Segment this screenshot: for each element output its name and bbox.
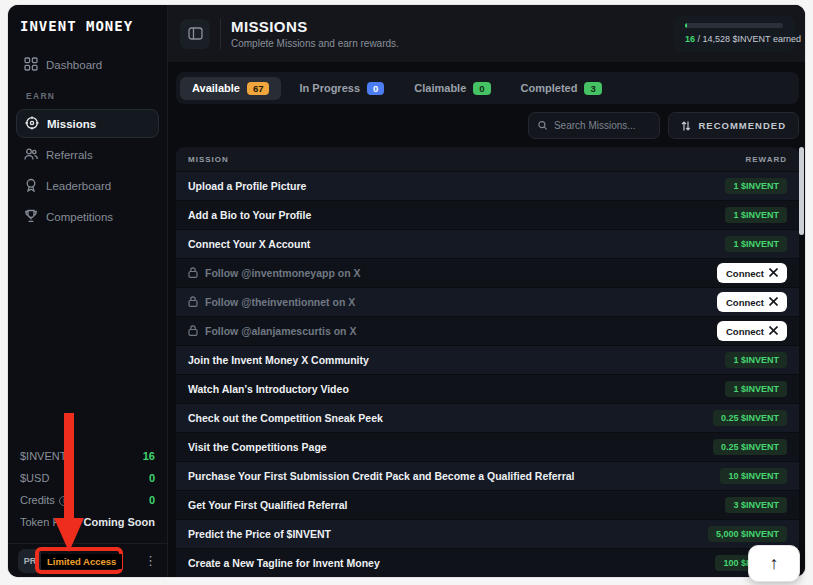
mission-row[interactable]: Visit the Competitions Page0.25 $INVENT (176, 432, 799, 461)
reward-badge: 1 $INVENT (725, 236, 787, 252)
sidebar-item-dashboard[interactable]: Dashboard (16, 50, 159, 79)
mission-row[interactable]: Upload a Profile Picture1 $INVENT (176, 171, 799, 200)
mission-row[interactable]: Join the Invent Money X Community1 $INVE… (176, 345, 799, 374)
search-input[interactable] (554, 120, 651, 131)
sidebar-item-missions[interactable]: Missions (16, 109, 159, 138)
grid-icon (24, 57, 38, 73)
trophy-icon (24, 209, 38, 225)
mission-row[interactable]: Watch Alan's Introductory Video1 $INVENT (176, 374, 799, 403)
page-title: MISSIONS (231, 18, 399, 35)
stat-label: Creditsi (20, 494, 69, 506)
mission-title: Follow @theinventionnet on X (188, 296, 355, 309)
main-area: MISSIONS Complete Missions and earn rewa… (168, 5, 805, 577)
table-body: Upload a Profile Picture1 $INVENTAdd a B… (176, 171, 799, 577)
mission-title: Create a New Tagline for Invent Money (188, 557, 380, 569)
sidebar-stats: $INVENT16$USD0Creditsi0Token PriceComing… (8, 445, 167, 543)
connect-x-button[interactable]: Connect (717, 263, 787, 283)
tab-in-progress[interactable]: In Progress0 (287, 77, 396, 100)
user-menu-icon[interactable]: ⋮ (144, 553, 157, 568)
page-subtitle: Complete Missions and earn rewards. (231, 38, 399, 49)
tab-claimable[interactable]: Claimable0 (402, 77, 502, 100)
reward-badge: 1 $INVENT (725, 207, 787, 223)
panel-icon (188, 27, 203, 40)
app-logo: INVENT MONEY (8, 5, 167, 42)
stat-row: $USD0 (20, 467, 155, 489)
annotation-arrow-shaft (64, 413, 74, 519)
earn-section-label: EARN (26, 91, 159, 101)
mission-row[interactable]: Connect Your X Account1 $INVENT (176, 229, 799, 258)
sidebar-item-label: Referrals (46, 149, 93, 161)
reward-badge: 1 $INVENT (725, 381, 787, 397)
header-divider (220, 19, 221, 49)
earned-progress-bar (685, 23, 783, 28)
sidebar-nav: DashboardEARNMissionsReferralsLeaderboar… (8, 42, 167, 233)
stat-value: 16 (143, 450, 155, 462)
tab-count-badge: 0 (367, 82, 384, 95)
mission-row[interactable]: Add a Bio to Your Profile1 $INVENT (176, 200, 799, 229)
x-logo-icon (769, 326, 778, 337)
mission-row[interactable]: Predict the Price of $INVENT5,000 $INVEN… (176, 519, 799, 548)
mission-toolbar: RECOMMENDED (176, 112, 799, 139)
sidebar: INVENT MONEY DashboardEARNMissionsReferr… (8, 5, 168, 577)
connect-x-button[interactable]: Connect (717, 321, 787, 341)
mission-title: Follow @alanjamescurtis on X (188, 325, 356, 338)
scroll-to-top-button[interactable]: ↑ (748, 545, 800, 582)
sort-arrows-icon (681, 120, 691, 132)
mission-title: Join the Invent Money X Community (188, 354, 369, 366)
sidebar-item-referrals[interactable]: Referrals (16, 140, 159, 169)
tab-available[interactable]: Available67 (180, 77, 281, 100)
sort-label: RECOMMENDED (698, 120, 786, 131)
reward-badge: 0.25 $INVENT (713, 439, 787, 455)
sidebar-item-label: Missions (47, 118, 96, 130)
reward-badge: 0.25 $INVENT (713, 410, 787, 426)
tab-label: Claimable (414, 82, 466, 94)
tab-count-badge: 3 (584, 82, 601, 95)
mission-row[interactable]: Follow @theinventionnet on XConnect (176, 287, 799, 316)
stat-value: Coming Soon (84, 516, 156, 528)
sort-recommended-button[interactable]: RECOMMENDED (668, 112, 799, 139)
connect-x-button[interactable]: Connect (717, 292, 787, 312)
mission-title: Check out the Competition Sneak Peek (188, 412, 383, 424)
mission-row[interactable]: Create a New Tagline for Invent Money100… (176, 548, 799, 577)
mission-row[interactable]: Follow @inventmoneyapp on XConnect (176, 258, 799, 287)
up-arrow-icon: ↑ (770, 553, 779, 574)
sidebar-item-label: Competitions (46, 211, 113, 223)
tab-completed[interactable]: Completed3 (509, 77, 614, 100)
sidebar-item-leaderboard[interactable]: Leaderboard (16, 171, 159, 200)
title-block: MISSIONS Complete Missions and earn rewa… (231, 18, 399, 49)
sidebar-item-competitions[interactable]: Competitions (16, 202, 159, 231)
stat-row: Creditsi0 (20, 489, 155, 511)
mission-title: Predict the Price of $INVENT (188, 528, 331, 540)
mission-tabs: Available67In Progress0Claimable0Complet… (176, 72, 799, 104)
lock-icon (188, 325, 198, 338)
earned-text: 16 / 14,528 $INVENT earned (685, 34, 783, 44)
missions-table: MISSION REWARD Upload a Profile Picture1… (176, 147, 799, 577)
column-mission: MISSION (188, 155, 229, 164)
lock-icon (188, 296, 198, 309)
people-icon (24, 147, 38, 163)
sidebar-item-label: Dashboard (46, 59, 102, 71)
mission-row[interactable]: Check out the Competition Sneak Peek0.25… (176, 403, 799, 432)
reward-badge: 5,000 $INVENT (708, 526, 787, 542)
mission-row[interactable]: Follow @alanjamescurtis on XConnect (176, 316, 799, 345)
mission-row[interactable]: Purchase Your First Submission Credit Pa… (176, 461, 799, 490)
limited-access-badge: Limited Access (41, 554, 122, 569)
stat-value: 0 (149, 494, 155, 506)
sidebar-item-label: Leaderboard (46, 180, 111, 192)
scrollbar-thumb[interactable] (799, 147, 804, 235)
tab-label: Available (192, 82, 240, 94)
reward-badge: 10 $INVENT (720, 468, 787, 484)
mission-title: Follow @inventmoneyapp on X (188, 267, 361, 280)
stat-value: 0 (149, 472, 155, 484)
mission-row[interactable]: Get Your First Qualified Referral3 $INVE… (176, 490, 799, 519)
stat-label: $INVENT (20, 450, 66, 462)
table-header: MISSION REWARD (176, 147, 799, 171)
reward-badge: 1 $INVENT (725, 352, 787, 368)
medal-icon (24, 178, 38, 194)
x-logo-icon (769, 297, 778, 308)
x-logo-icon (769, 268, 778, 279)
stat-row: $INVENT16 (20, 445, 155, 467)
tab-label: Completed (521, 82, 578, 94)
search-box[interactable] (528, 112, 660, 139)
sidebar-toggle-button[interactable] (180, 19, 210, 49)
